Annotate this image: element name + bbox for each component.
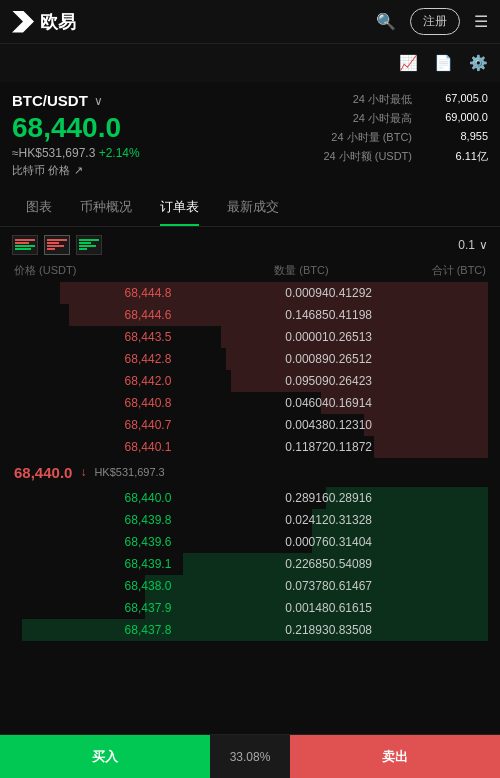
ask-total: 0.26512 [329,352,486,366]
ob-view-sell[interactable] [44,235,70,255]
ob-view-both[interactable] [12,235,38,255]
ask-row[interactable]: 68,442.8 0.00089 0.26512 [12,348,488,370]
bid-price: 68,438.0 [14,579,171,593]
bid-qty: 0.28916 [171,491,328,505]
bid-price: 68,437.8 [14,623,171,637]
buy-button[interactable]: 买入 [0,735,210,778]
ob-view-buy[interactable] [76,235,102,255]
ask-total: 0.12310 [329,418,486,432]
ask-price: 68,442.8 [14,352,171,366]
mid-price-row: 68,440.0 ↓ HK$531,697.3 [12,458,488,487]
document-icon[interactable]: 📄 [434,54,453,72]
btc-label: 比特币 价格 ↗ [12,163,140,178]
ask-total: 0.41292 [329,286,486,300]
stat-value: 69,000.0 [428,111,488,126]
price-stats: 24 小时最低67,005.024 小时最高69,000.024 小时量 (BT… [323,92,488,164]
settings-icon[interactable]: ⚙️ [469,54,488,72]
ask-row[interactable]: 68,443.5 0.00001 0.26513 [12,326,488,348]
pair-name: BTC/USDT [12,92,88,109]
ask-total: 0.11872 [329,440,486,454]
ob-controls: 0.1 ∨ [12,235,488,255]
stat-row: 24 小时最低67,005.0 [353,92,488,107]
ob-precision-value: 0.1 [458,238,475,252]
bid-price: 68,440.0 [14,491,171,505]
ask-row[interactable]: 68,444.6 0.14685 0.41198 [12,304,488,326]
ask-price: 68,440.8 [14,396,171,410]
ask-row[interactable]: 68,440.1 0.11872 0.11872 [12,436,488,458]
mid-price-hk: HK$531,697.3 [94,466,164,478]
stat-label: 24 小时最低 [353,92,412,107]
ask-qty: 0.00438 [171,418,328,432]
tab-chart[interactable]: 图表 [12,188,66,226]
col-total-header: 合计 (BTC) [329,263,486,278]
stat-row: 24 小时最高69,000.0 [353,111,488,126]
logo: 欧易 [12,10,76,34]
buy-pct: 33.08% [210,735,290,778]
bid-row[interactable]: 68,439.8 0.02412 0.31328 [12,509,488,531]
bid-total: 0.28916 [329,491,486,505]
ask-price: 68,444.6 [14,308,171,322]
bid-total: 0.31328 [329,513,486,527]
sell-button[interactable]: 卖出 [290,735,500,778]
stat-label: 24 小时额 (USDT) [323,149,412,164]
bid-total: 0.54089 [329,557,486,571]
price-section: BTC/USDT ∨ 68,440.0 ≈HK$531,697.3 +2.14%… [0,82,500,188]
stat-value: 67,005.0 [428,92,488,107]
ask-rows: 68,444.8 0.00094 0.41292 68,444.6 0.1468… [12,282,488,458]
bid-price: 68,437.9 [14,601,171,615]
header-actions: 🔍 注册 ☰ [376,8,488,35]
bid-qty: 0.21893 [171,623,328,637]
chart-line-icon[interactable]: 📈 [399,54,418,72]
ask-total: 0.41198 [329,308,486,322]
bid-qty: 0.07378 [171,579,328,593]
menu-button[interactable]: ☰ [474,12,488,31]
ask-row[interactable]: 68,444.8 0.00094 0.41292 [12,282,488,304]
ask-qty: 0.11872 [171,440,328,454]
logo-icon [12,11,34,33]
stat-value: 6.11亿 [428,149,488,164]
hk-price-value: ≈HK$531,697.3 [12,146,95,160]
ask-price: 68,440.7 [14,418,171,432]
bid-rows: 68,440.0 0.28916 0.28916 68,439.8 0.0241… [12,487,488,641]
tab-trades[interactable]: 最新成交 [213,188,293,226]
bid-row[interactable]: 68,439.6 0.00076 0.31404 [12,531,488,553]
ask-qty: 0.14685 [171,308,328,322]
col-qty-header: 数量 (BTC) [171,263,328,278]
ask-row[interactable]: 68,442.0 0.09509 0.26423 [12,370,488,392]
ask-price: 68,440.1 [14,440,171,454]
orderbook: 0.1 ∨ 价格 (USDT) 数量 (BTC) 合计 (BTC) 68,444… [0,227,500,649]
ask-row[interactable]: 68,440.8 0.04604 0.16914 [12,392,488,414]
precision-dropdown-icon: ∨ [479,238,488,252]
ask-total: 0.26513 [329,330,486,344]
price-change: +2.14% [99,146,140,160]
pair-row: BTC/USDT ∨ [12,92,140,109]
bid-row[interactable]: 68,437.8 0.21893 0.83508 [12,619,488,641]
stat-label: 24 小时量 (BTC) [331,130,412,145]
tabs: 图表币种概况订单表最新成交 [0,188,500,227]
bid-row[interactable]: 68,439.1 0.22685 0.54089 [12,553,488,575]
stat-row: 24 小时额 (USDT)6.11亿 [323,149,488,164]
ask-price: 68,442.0 [14,374,171,388]
tab-overview[interactable]: 币种概况 [66,188,146,226]
ask-total: 0.26423 [329,374,486,388]
bid-row[interactable]: 68,440.0 0.28916 0.28916 [12,487,488,509]
price-left: BTC/USDT ∨ 68,440.0 ≈HK$531,697.3 +2.14%… [12,92,140,178]
bid-qty: 0.22685 [171,557,328,571]
bid-qty: 0.00148 [171,601,328,615]
toolbar: 📈 📄 ⚙️ [0,44,500,82]
hk-price-row: ≈HK$531,697.3 +2.14% [12,146,140,160]
external-link-icon: ↗ [74,164,83,177]
mid-price-arrow-icon: ↓ [80,465,86,479]
search-button[interactable]: 🔍 [376,12,396,31]
bid-row[interactable]: 68,437.9 0.00148 0.61615 [12,597,488,619]
tab-orderbook[interactable]: 订单表 [146,188,213,226]
bid-row[interactable]: 68,438.0 0.07378 0.61467 [12,575,488,597]
register-button[interactable]: 注册 [410,8,460,35]
ask-qty: 0.09509 [171,374,328,388]
bid-total: 0.61467 [329,579,486,593]
pair-dropdown-icon[interactable]: ∨ [94,94,103,108]
stat-row: 24 小时量 (BTC)8,955 [331,130,488,145]
bid-qty: 0.00076 [171,535,328,549]
ask-row[interactable]: 68,440.7 0.00438 0.12310 [12,414,488,436]
ob-precision[interactable]: 0.1 ∨ [458,238,488,252]
